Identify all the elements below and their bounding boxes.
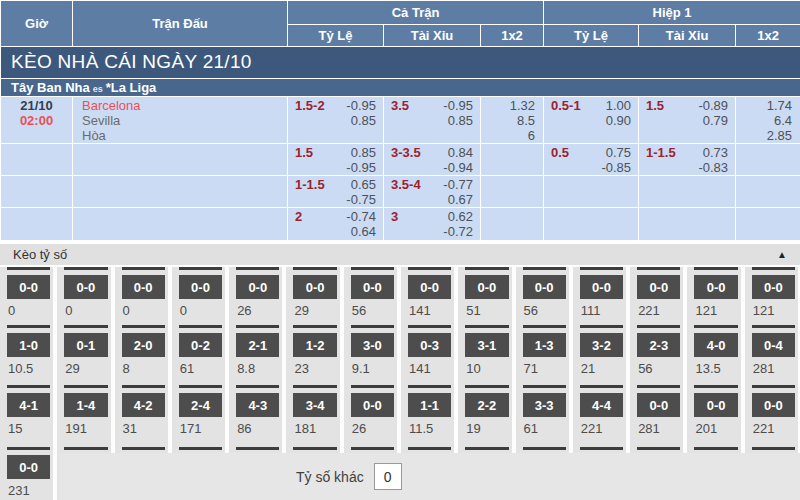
score-button[interactable]: 2-0 <box>122 333 165 357</box>
odds-value[interactable]: 0.85 <box>351 145 376 160</box>
odds-ft-handicap[interactable]: 1-1.50.65-0.75 <box>288 176 384 208</box>
odds-h1-1x2[interactable]: 1.746.42.85 <box>736 97 800 144</box>
score-button[interactable]: 1-4 <box>64 393 107 417</box>
score-button[interactable]: 0-0 <box>637 275 680 299</box>
score-button[interactable]: 0-0 <box>179 275 222 299</box>
score-section-header[interactable]: Kèo tỷ số ▲ <box>0 244 800 265</box>
score-button[interactable]: 4-2 <box>122 393 165 417</box>
odds-ft-overunder[interactable]: 3.5-4-0.770.67 <box>384 176 481 208</box>
score-button[interactable]: 0-0 <box>351 275 394 299</box>
odds-value[interactable]: 1.00 <box>606 98 631 113</box>
score-button[interactable]: 3-1 <box>465 333 508 357</box>
odds-value[interactable]: 0.85 <box>351 113 376 128</box>
odds-value[interactable]: -0.83 <box>698 160 728 175</box>
score-button[interactable]: 0-4 <box>752 333 795 357</box>
score-button[interactable]: 0-0 <box>122 275 165 299</box>
score-cell: 2-356 <box>630 325 683 385</box>
score-button[interactable]: 0-0 <box>694 393 737 417</box>
empty-cell <box>481 176 544 208</box>
odds-h1-overunder[interactable]: 1.5-0.890.79 <box>639 97 736 144</box>
odds-value[interactable]: 0.79 <box>703 113 728 128</box>
score-button[interactable]: 0-0 <box>408 275 451 299</box>
odds-value[interactable]: -0.95 <box>443 98 473 113</box>
score-button[interactable]: 4-1 <box>7 393 50 417</box>
odds-value[interactable]: -0.89 <box>698 98 728 113</box>
score-button[interactable]: 1-0 <box>7 333 50 357</box>
score-button[interactable]: 2-2 <box>465 393 508 417</box>
odds-value[interactable]: -0.72 <box>443 224 473 239</box>
odds-value[interactable]: -0.77 <box>443 177 473 192</box>
odds-ft-overunder[interactable]: 30.62-0.72 <box>384 208 481 241</box>
odds-value[interactable]: -0.75 <box>346 192 376 207</box>
empty-cell <box>639 208 736 241</box>
odds-ft-overunder[interactable]: 3.5-0.950.85 <box>384 97 481 144</box>
odds-value[interactable]: 8.5 <box>481 113 535 128</box>
score-button[interactable]: 1-2 <box>293 333 336 357</box>
odds-value[interactable]: 0.90 <box>606 113 631 128</box>
odds-value[interactable]: 6.4 <box>736 113 792 128</box>
score-button[interactable]: 0-0 <box>637 393 680 417</box>
score-odds: 191 <box>65 421 110 436</box>
score-button[interactable]: 0-0 <box>752 393 795 417</box>
score-button[interactable]: 0-0 <box>523 275 566 299</box>
odds-ft-handicap[interactable]: 1.50.85-0.95 <box>288 144 384 176</box>
score-button[interactable]: 1-1 <box>408 393 451 417</box>
score-button[interactable]: 2-4 <box>179 393 222 417</box>
score-button[interactable]: 0-0 <box>351 393 394 417</box>
odds-value[interactable]: 0.75 <box>606 145 631 160</box>
score-button[interactable]: 1-3 <box>523 333 566 357</box>
score-button[interactable]: 3-2 <box>580 333 623 357</box>
score-button[interactable]: 3-0 <box>351 333 394 357</box>
collapse-arrow-icon[interactable]: ▲ <box>777 249 787 260</box>
odds-value[interactable]: 0.84 <box>448 145 473 160</box>
score-button[interactable]: 4-3 <box>236 393 279 417</box>
odds-value[interactable]: 0.65 <box>351 177 376 192</box>
odds-value[interactable]: -0.95 <box>346 98 376 113</box>
odds-value[interactable]: 1.32 <box>481 98 535 113</box>
odds-value[interactable]: -0.85 <box>601 160 631 175</box>
odds-value[interactable]: -0.74 <box>346 209 376 224</box>
score-button[interactable]: 0-0 <box>752 275 795 299</box>
score-button[interactable]: 0-0 <box>580 275 623 299</box>
score-button[interactable]: 0-3 <box>408 333 451 357</box>
odds-ft-overunder[interactable]: 3-3.50.84-0.94 <box>384 144 481 176</box>
odds-value[interactable]: 1.74 <box>736 98 792 113</box>
odds-value[interactable]: -0.94 <box>443 160 473 175</box>
odds-value[interactable]: 6 <box>481 128 535 143</box>
score-button[interactable]: 3-3 <box>523 393 566 417</box>
odds-ft-handicap[interactable]: 1.5-2-0.950.85 <box>288 97 384 144</box>
other-score-input[interactable] <box>374 463 402 490</box>
odds-value[interactable]: -0.95 <box>346 160 376 175</box>
odds-value[interactable]: 0.64 <box>351 224 376 239</box>
score-button[interactable]: 0-0 <box>7 455 50 479</box>
score-button[interactable]: 0-0 <box>64 275 107 299</box>
score-button[interactable]: 3-4 <box>293 393 336 417</box>
score-button[interactable]: 0-0 <box>694 275 737 299</box>
away-team[interactable]: Sevilla <box>82 113 287 128</box>
odds-value[interactable]: 0.62 <box>448 209 473 224</box>
score-button[interactable]: 0-0 <box>7 275 50 299</box>
odds-value[interactable]: 0.67 <box>448 192 473 207</box>
league-bar[interactable]: Tây Ban Nhaes*La Liga <box>1 79 800 97</box>
score-cell: 0-056 <box>516 267 569 325</box>
odds-ft-1x2[interactable]: 1.328.56 <box>481 97 544 144</box>
score-button[interactable]: 0-2 <box>179 333 222 357</box>
odds-h1-handicap[interactable]: 0.5-11.000.90 <box>544 97 639 144</box>
odds-value[interactable]: 2.85 <box>736 128 792 143</box>
draw-label[interactable]: Hòa <box>82 128 287 143</box>
score-button[interactable]: 4-0 <box>694 333 737 357</box>
score-button[interactable]: 0-0 <box>465 275 508 299</box>
odds-h1-handicap[interactable]: 0.50.75-0.85 <box>544 144 639 176</box>
odds-ft-handicap[interactable]: 2-0.740.64 <box>288 208 384 241</box>
home-team[interactable]: Barcelona <box>82 98 287 113</box>
odds-value[interactable]: 0.85 <box>448 113 473 128</box>
score-button[interactable]: 2-3 <box>637 333 680 357</box>
odds-h1-overunder[interactable]: 1-1.50.73-0.83 <box>639 144 736 176</box>
score-button[interactable]: 2-1 <box>236 333 279 357</box>
score-button[interactable]: 0-0 <box>293 275 336 299</box>
score-button[interactable]: 0-0 <box>236 275 279 299</box>
odds-value[interactable]: 0.73 <box>703 145 728 160</box>
score-button[interactable]: 4-4 <box>580 393 623 417</box>
score-section-title: Kèo tỷ số <box>13 247 67 262</box>
score-button[interactable]: 0-1 <box>64 333 107 357</box>
